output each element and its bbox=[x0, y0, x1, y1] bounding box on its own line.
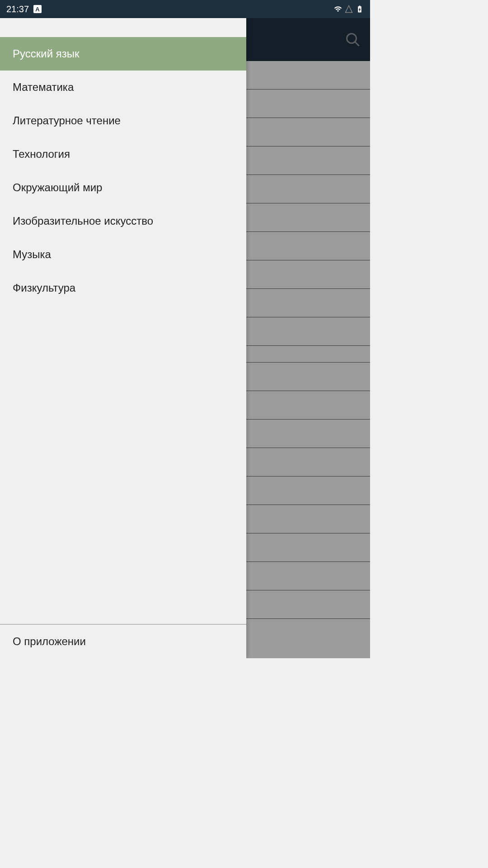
drawer-items: Русский язык Математика Литературное чте… bbox=[0, 37, 246, 624]
status-time: 21:37 bbox=[6, 4, 29, 14]
drawer-item-technology[interactable]: Технология bbox=[0, 137, 246, 171]
keyboard-icon: A bbox=[33, 5, 42, 13]
drawer-about[interactable]: О приложении bbox=[0, 624, 246, 658]
drawer-item-math[interactable]: Математика bbox=[0, 71, 246, 104]
signal-icon bbox=[345, 5, 353, 13]
drawer-item-pe[interactable]: Физкультура bbox=[0, 271, 246, 305]
drawer-header-space bbox=[0, 18, 246, 37]
status-left: 21:37 A bbox=[6, 4, 42, 14]
drawer-item-reading[interactable]: Литературное чтение bbox=[0, 104, 246, 137]
navigation-drawer: Русский язык Математика Литературное чте… bbox=[0, 18, 246, 658]
drawer-item-world[interactable]: Окружающий мир bbox=[0, 171, 246, 204]
drawer-item-art[interactable]: Изобразительное искусство bbox=[0, 204, 246, 238]
drawer-item-russian[interactable]: Русский язык bbox=[0, 37, 246, 71]
wifi-icon bbox=[334, 5, 342, 13]
battery-icon bbox=[356, 5, 364, 13]
status-bar: 21:37 A bbox=[0, 0, 370, 18]
drawer-item-music[interactable]: Музыка bbox=[0, 238, 246, 271]
status-right bbox=[334, 5, 364, 13]
